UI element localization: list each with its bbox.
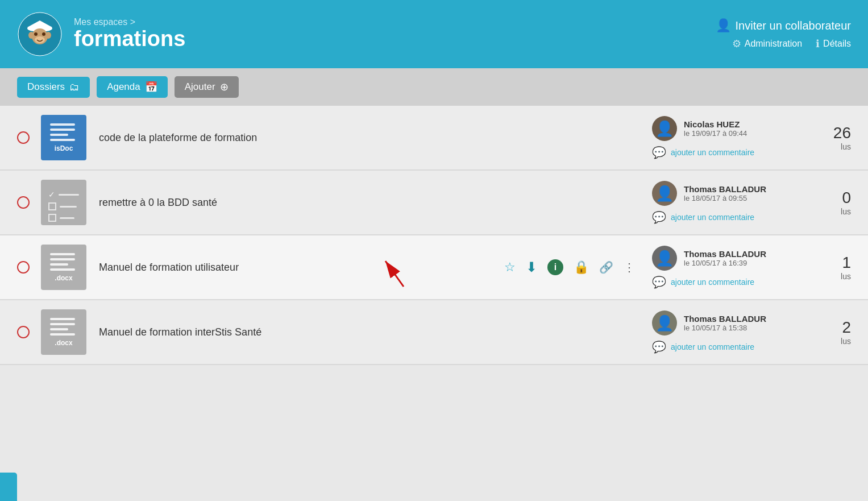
avatar: 👤	[652, 181, 677, 206]
svg-point-7	[34, 32, 38, 36]
document-list: isDoc code de la plateforme de formation…	[0, 106, 868, 365]
doc-author: Thomas BALLADUR	[684, 249, 766, 259]
doc-thumbnail: .docx	[41, 309, 86, 355]
dossiers-label: Dossiers	[27, 81, 65, 93]
info-icon: ℹ	[816, 38, 820, 50]
doc-meta: 👤 Thomas BALLADUR le 10/05/17 à 15:38 💬 …	[652, 310, 811, 354]
app-logo[interactable]	[17, 11, 63, 57]
add-comment-button[interactable]: 💬 ajouter un commentaire	[652, 210, 754, 224]
table-row: .docx Manuel de formation interStis Sant…	[0, 300, 868, 365]
select-radio[interactable]	[17, 326, 30, 338]
read-count: 26 lus	[811, 124, 851, 151]
more-options-icon[interactable]: ⋮	[624, 260, 635, 274]
star-icon[interactable]: ☆	[504, 260, 516, 275]
doc-thumb-label: .docx	[55, 274, 72, 282]
table-row: isDoc code de la plateforme de formation…	[0, 106, 868, 171]
table-row: ✓ remettre à 0 la BDD santé 👤	[0, 171, 868, 235]
agenda-label: Agenda	[107, 81, 140, 93]
read-label: lus	[841, 142, 851, 151]
breadcrumb[interactable]: Mes espaces >	[74, 17, 185, 27]
gear-icon: ⚙	[732, 38, 741, 50]
avatar: 👤	[652, 310, 677, 336]
page-title: formations	[74, 27, 185, 51]
person-add-icon: 👤	[716, 18, 731, 33]
bottom-tab[interactable]	[0, 473, 17, 501]
doc-thumb-label: .docx	[55, 339, 72, 347]
doc-name[interactable]: Manuel de formation utilisateur	[99, 262, 504, 274]
svg-point-6	[35, 36, 45, 43]
comment-icon: 💬	[652, 210, 666, 224]
select-radio[interactable]	[17, 196, 30, 209]
doc-date: le 18/05/17 à 09:55	[684, 194, 766, 202]
avatar: 👤	[652, 116, 677, 141]
add-comment-button[interactable]: 💬 ajouter un commentaire	[652, 146, 754, 159]
read-count: 0 lus	[811, 189, 851, 216]
avatar: 👤	[652, 246, 677, 271]
link-icon[interactable]: 🔗	[599, 260, 613, 274]
header-actions: 👤 Inviter un collaborateur ⚙ Administrat…	[716, 18, 851, 50]
comment-label: ajouter un commentaire	[671, 148, 754, 157]
doc-meta: 👤 Nicolas HUEZ le 19/09/17 à 09:44 💬 ajo…	[652, 116, 811, 159]
doc-action-bar: ☆ ⬇ i 🔒 🔗 ⋮	[504, 259, 635, 275]
lock-icon[interactable]: 🔒	[574, 260, 589, 275]
doc-thumbnail: isDoc	[41, 115, 86, 160]
doc-name[interactable]: remettre à 0 la BDD santé	[99, 197, 652, 209]
read-label: lus	[841, 207, 851, 216]
toolbar: Dossiers 🗂 Agenda 📅 Ajouter ⊕	[0, 68, 868, 106]
details-button[interactable]: ℹ Détails	[816, 38, 851, 50]
doc-author: Thomas BALLADUR	[684, 314, 766, 324]
doc-thumb-label: isDoc	[55, 144, 73, 152]
administration-button[interactable]: ⚙ Administration	[732, 38, 802, 50]
download-icon[interactable]: ⬇	[526, 259, 537, 275]
add-comment-button[interactable]: 💬 ajouter un commentaire	[652, 340, 754, 354]
doc-author: Thomas BALLADUR	[684, 184, 766, 194]
doc-date: le 10/05/17 à 16:39	[684, 259, 766, 267]
invite-collaborator-button[interactable]: 👤 Inviter un collaborateur	[716, 18, 851, 33]
doc-name[interactable]: Manuel de formation interStis Santé	[99, 326, 652, 338]
doc-date: le 19/09/17 à 09:44	[684, 129, 747, 138]
read-count: 2 lus	[811, 318, 851, 346]
header: Mes espaces > formations 👤 Inviter un co…	[0, 0, 868, 68]
read-number: 0	[842, 189, 851, 207]
ajouter-button[interactable]: Ajouter ⊕	[175, 76, 239, 98]
table-row: .docx Manuel de formation utilisateur ☆ …	[0, 235, 868, 300]
doc-author: Nicolas HUEZ	[684, 119, 747, 129]
read-number: 26	[833, 124, 851, 142]
read-number: 1	[842, 254, 851, 272]
svg-point-9	[28, 32, 34, 39]
header-title-block: Mes espaces > formations	[74, 17, 185, 51]
comment-icon: 💬	[652, 146, 666, 159]
comment-label: ajouter un commentaire	[671, 213, 754, 222]
agenda-button[interactable]: Agenda 📅	[97, 76, 168, 98]
header-sub-actions: ⚙ Administration ℹ Détails	[732, 38, 851, 50]
info-circle-icon[interactable]: i	[547, 259, 563, 275]
doc-thumbnail: ✓	[41, 180, 86, 225]
comment-icon: 💬	[652, 340, 666, 354]
read-number: 2	[842, 318, 851, 337]
select-radio[interactable]	[17, 261, 30, 274]
doc-meta: 👤 Thomas BALLADUR le 10/05/17 à 16:39 💬 …	[652, 246, 811, 289]
details-label: Détails	[823, 39, 851, 49]
read-label: lus	[841, 272, 851, 281]
doc-meta: 👤 Thomas BALLADUR le 18/05/17 à 09:55 💬 …	[652, 181, 811, 224]
calendar-icon: 📅	[145, 81, 157, 93]
doc-name[interactable]: code de la plateforme de formation	[99, 132, 652, 144]
admin-label: Administration	[745, 39, 802, 49]
svg-point-8	[42, 32, 45, 36]
select-radio[interactable]	[17, 131, 30, 144]
folder-icon: 🗂	[69, 81, 80, 93]
read-label: lus	[841, 337, 851, 346]
ajouter-label: Ajouter	[185, 81, 215, 93]
comment-icon: 💬	[652, 275, 666, 289]
read-count: 1 lus	[811, 254, 851, 281]
doc-date: le 10/05/17 à 15:38	[684, 324, 766, 332]
doc-thumbnail: .docx	[41, 245, 86, 290]
dossiers-button[interactable]: Dossiers 🗂	[17, 77, 90, 98]
add-comment-button[interactable]: 💬 ajouter un commentaire	[652, 275, 754, 289]
comment-label: ajouter un commentaire	[671, 278, 754, 287]
comment-label: ajouter un commentaire	[671, 342, 754, 351]
invite-label: Inviter un collaborateur	[736, 19, 851, 32]
svg-point-10	[45, 32, 51, 39]
plus-circle-icon: ⊕	[220, 81, 229, 93]
